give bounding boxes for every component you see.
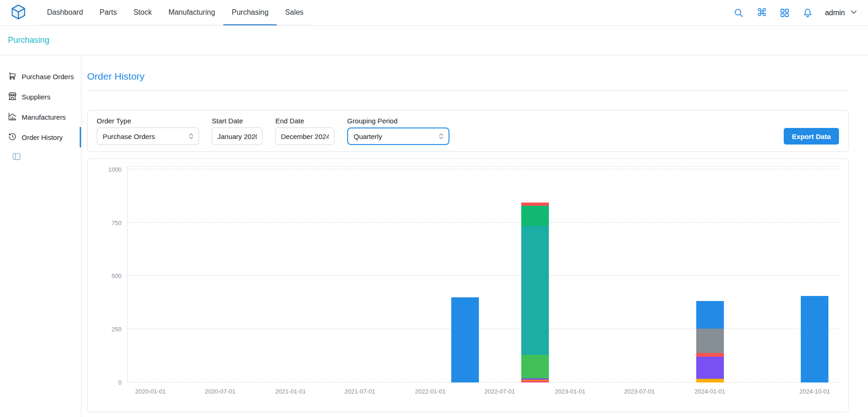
filter-panel: Order Type Purchase Orders Start Date	[87, 110, 849, 152]
grouping-period-group: Grouping Period Quarterly	[347, 117, 449, 145]
sidebar-item-label: Manufacturers	[22, 113, 66, 121]
chart-bar-segment	[521, 355, 549, 378]
sidebar-item-suppliers[interactable]: Suppliers	[0, 87, 81, 107]
app-header: Dashboard Parts Stock Manufacturing Purc…	[0, 0, 868, 26]
selector-icon	[187, 133, 195, 140]
chart-bar-segment	[696, 379, 724, 382]
search-icon[interactable]	[733, 7, 745, 19]
sidebar: Purchase Orders Suppliers	[0, 55, 82, 417]
start-date-label: Start Date	[212, 117, 262, 125]
x-tick-label: 2024-01-01	[694, 388, 725, 395]
gridline	[128, 166, 838, 167]
x-tick-label: 2020-01-01	[135, 388, 166, 395]
bell-icon[interactable]	[802, 7, 814, 19]
x-tick-label: 2023-07-01	[624, 388, 655, 395]
chart-bar-segment	[696, 301, 724, 329]
order-type-group: Order Type Purchase Orders	[97, 117, 199, 145]
end-date-group: End Date	[275, 117, 334, 145]
chart-corner	[98, 382, 127, 405]
gridline	[128, 329, 838, 329]
breadcrumb-bar: Purchasing	[0, 26, 868, 55]
header-actions: ⌘ admin	[733, 0, 858, 25]
end-date-input[interactable]	[275, 127, 334, 145]
command-icon[interactable]: ⌘	[756, 7, 768, 19]
chart-bar-segment	[696, 329, 724, 353]
chart-bar[interactable]	[801, 296, 828, 382]
main-nav: Dashboard Parts Stock Manufacturing Purc…	[39, 0, 312, 25]
sidebar-item-purchase-orders[interactable]: Purchase Orders	[0, 66, 81, 87]
nav-tab-stock[interactable]: Stock	[125, 0, 160, 25]
x-tick-label: 2022-01-01	[415, 388, 446, 395]
chart-x-axis: 2020-01-012020-07-012021-01-012021-07-01…	[127, 382, 838, 405]
chart-bar[interactable]	[521, 203, 549, 382]
nav-tab-manufacturing[interactable]: Manufacturing	[160, 0, 223, 25]
building-store-icon	[8, 92, 17, 102]
sidebar-item-manufacturers[interactable]: Manufacturers	[0, 107, 81, 127]
title-divider	[87, 90, 849, 91]
shopping-cart-icon	[8, 71, 17, 82]
selector-icon	[437, 133, 445, 140]
chart-bar[interactable]	[451, 297, 479, 382]
sidebar-item-label: Order History	[22, 133, 63, 141]
chart-y-axis: 02505007501000	[98, 166, 127, 382]
chart-bar-segment	[801, 296, 828, 382]
collapse-sidebar-icon[interactable]	[12, 152, 22, 162]
breadcrumb[interactable]: Purchasing	[8, 35, 49, 45]
x-tick-label: 2021-01-01	[275, 388, 306, 395]
start-date-input[interactable]	[212, 127, 262, 145]
page-title: Order History	[87, 71, 849, 82]
chart-bar-segment	[521, 203, 549, 206]
y-tick-label: 500	[111, 272, 122, 279]
nav-tab-sales[interactable]: Sales	[277, 0, 312, 25]
chart-plot	[127, 166, 838, 382]
grouping-period-select[interactable]: Quarterly	[347, 127, 449, 145]
page: Dashboard Parts Stock Manufacturing Purc…	[0, 0, 868, 417]
apps-grid-icon[interactable]	[779, 7, 791, 19]
y-tick-label: 0	[118, 379, 122, 386]
nav-tab-purchasing[interactable]: Purchasing	[223, 0, 277, 25]
gridline	[128, 222, 838, 223]
x-tick-label: 2024-10-01	[799, 388, 830, 395]
nav-tab-parts[interactable]: Parts	[91, 0, 125, 25]
chart-bar-segment	[521, 206, 549, 226]
x-tick-label: 2022-07-01	[484, 388, 515, 395]
package-cube-icon	[10, 4, 27, 22]
history-clock-icon	[8, 132, 17, 143]
chart-inner: 02505007501000 2020-01-012020-07-012021-…	[98, 166, 838, 405]
chart-bar-segment	[696, 357, 724, 379]
y-tick-label: 750	[111, 220, 122, 226]
order-type-value: Purchase Orders	[103, 133, 155, 140]
chart-histogram-icon	[8, 112, 17, 122]
sidebar-item-label: Suppliers	[22, 93, 51, 101]
grouping-period-value: Quarterly	[354, 133, 382, 140]
chart-bar-segment	[451, 297, 479, 382]
gridline	[128, 169, 838, 169]
export-data-button[interactable]: Export Data	[784, 128, 839, 145]
x-tick-label: 2023-01-01	[555, 388, 586, 395]
order-type-label: Order Type	[97, 117, 199, 125]
sidebar-item-label: Purchase Orders	[22, 73, 74, 81]
end-date-label: End Date	[275, 117, 334, 125]
main-panel: Order History Order Type Purchase Orders	[82, 55, 868, 417]
order-type-select[interactable]: Purchase Orders	[97, 127, 199, 145]
chart-card: 02505007501000 2020-01-012020-07-012021-…	[87, 158, 849, 412]
y-tick-label: 250	[111, 326, 122, 333]
nav-tab-dashboard[interactable]: Dashboard	[39, 0, 91, 25]
content: Purchase Orders Suppliers	[0, 55, 868, 417]
gridline	[128, 275, 838, 276]
user-menu[interactable]: admin	[825, 8, 858, 18]
start-date-group: Start Date	[212, 117, 262, 145]
grouping-period-label: Grouping Period	[347, 117, 449, 125]
app-logo[interactable]	[10, 0, 27, 25]
y-tick-label: 1000	[108, 166, 122, 173]
sidebar-item-order-history[interactable]: Order History	[0, 127, 81, 147]
x-tick-label: 2020-07-01	[205, 388, 236, 395]
chevron-down-icon	[850, 8, 858, 18]
chart-bar[interactable]	[696, 301, 724, 382]
x-tick-label: 2021-07-01	[344, 388, 375, 395]
chart-bar-segment	[696, 353, 724, 357]
user-name: admin	[825, 9, 845, 17]
chart-bar-segment	[521, 226, 549, 355]
